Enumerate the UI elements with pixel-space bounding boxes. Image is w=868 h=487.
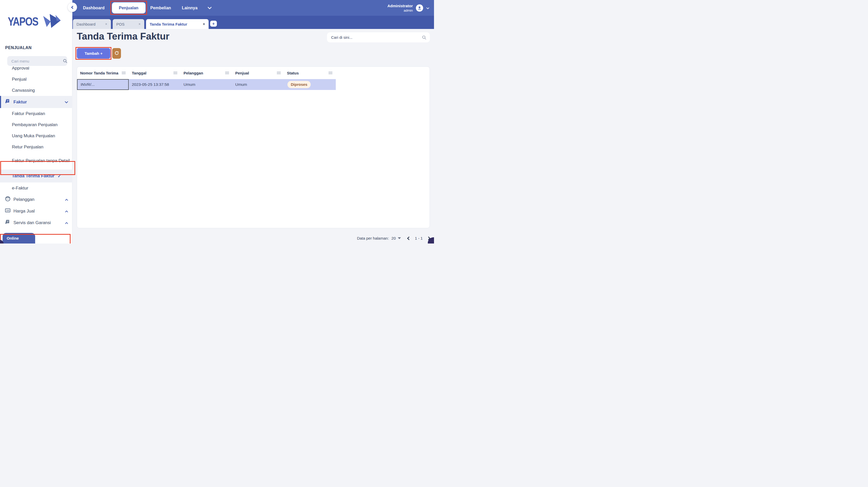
warranty-receipt-icon: [5, 219, 10, 226]
user-name: Administrator: [388, 4, 413, 8]
column-header-penjual[interactable]: Penjual: [232, 67, 284, 79]
column-menu-icon[interactable]: [225, 71, 229, 74]
user-role: admin: [388, 8, 413, 12]
chevron-down-icon: [426, 6, 429, 10]
per-page-select[interactable]: 20: [391, 236, 396, 240]
bird-logo-icon: [42, 13, 62, 29]
sidebar-item-harga-jual[interactable]: 100 Harga Jual: [0, 205, 72, 217]
app-logo: YAPOS: [8, 13, 62, 29]
previous-page-button[interactable]: [407, 236, 411, 240]
column-header-nomor[interactable]: Nomor Tanda Terima: [77, 67, 129, 79]
customer-face-icon: [5, 196, 10, 203]
column-header-tanggal[interactable]: Tanggal: [129, 67, 180, 79]
user-avatar-icon[interactable]: [416, 4, 423, 12]
sidebar-item-pembayaran-penjualan[interactable]: Pembayaran Penjualan: [0, 119, 72, 130]
top-navbar: Dashboard Penjualan Pembelian Lainnya Ad…: [72, 0, 434, 16]
per-page-label: Data per halaman:: [357, 236, 389, 240]
cell-tanggal[interactable]: 2023-05-25 13:37:58: [129, 79, 180, 90]
check-icon: ✓: [58, 174, 61, 179]
sidebar-item-tanda-terima-faktur[interactable]: Tanda Terima Faktur ✓: [0, 170, 72, 182]
chevron-down-icon[interactable]: [208, 7, 212, 9]
search-icon: [63, 59, 67, 63]
column-header-status[interactable]: Status: [284, 67, 336, 79]
sidebar-item-faktur-penjualan-tanpa-detail[interactable]: Faktur Penjualan tanpa Detail: [0, 154, 72, 168]
nav-item-penjualan-wrap: Penjualan: [112, 2, 146, 13]
sidebar-item-approval[interactable]: Approval: [0, 67, 72, 74]
nav-item-pembelian[interactable]: Pembelian: [150, 6, 171, 10]
column-menu-icon[interactable]: [174, 71, 177, 74]
open-tabs-bar: Dashboard × POS × Tanda Terima Faktur × …: [72, 16, 434, 29]
cell-status[interactable]: Diproses: [284, 79, 336, 90]
user-menu[interactable]: Administrator admin: [388, 0, 429, 16]
sidebar-menu: Approval Penjual Canvassing Faktur Faktu…: [0, 67, 72, 227]
column-header-pelanggan[interactable]: Pelanggan: [180, 67, 232, 79]
receipt-icon: [5, 98, 10, 105]
sidebar-item-e-faktur[interactable]: e-Faktur: [0, 182, 72, 193]
sidebar-item-faktur-penjualan[interactable]: Faktur Penjualan: [0, 108, 72, 119]
table-search-input[interactable]: [327, 35, 422, 39]
table-header: Nomor Tanda Terima Tanggal Pelanggan Pen…: [77, 67, 430, 79]
refresh-icon: [114, 51, 119, 56]
cell-nomor[interactable]: INVR/...: [77, 79, 129, 90]
close-icon[interactable]: ×: [203, 22, 205, 26]
page-range: 1 - 1: [415, 236, 423, 240]
close-icon[interactable]: ×: [138, 22, 141, 26]
search-icon: [422, 35, 427, 40]
sidebar-item-canvassing[interactable]: Canvassing: [0, 85, 72, 96]
sidebar-item-faktur[interactable]: Faktur: [0, 96, 72, 108]
column-menu-icon[interactable]: [329, 71, 333, 74]
status-badge: Diproses: [287, 81, 311, 88]
cell-pelanggan[interactable]: Umum: [180, 79, 232, 90]
price-money-icon: 100: [5, 208, 10, 215]
sidebar: YAPOS PENJUALAN Approval Penjual Canvass…: [0, 0, 72, 243]
chevron-up-icon: [65, 209, 68, 214]
sidebar-section-title: PENJUALAN: [5, 45, 32, 50]
tab-dashboard[interactable]: Dashboard ×: [73, 19, 111, 29]
main-content: Tanda Terima Faktur Tambah + Nomor Tanda…: [72, 29, 434, 243]
close-icon[interactable]: ×: [105, 22, 107, 26]
table-panel: Nomor Tanda Terima Tanggal Pelanggan Pen…: [77, 66, 430, 228]
menu-search[interactable]: [7, 56, 67, 66]
column-menu-icon[interactable]: [122, 71, 126, 74]
brand-name: YAPOS: [8, 14, 38, 28]
chevron-up-icon: [65, 220, 68, 225]
table-search[interactable]: [327, 32, 430, 42]
sidebar-item-penjual[interactable]: Penjual: [0, 74, 72, 85]
chevron-down-icon[interactable]: [398, 237, 401, 239]
sidebar-item-uang-muka-penjualan[interactable]: Uang Muka Penjualan: [0, 130, 72, 142]
sidebar-item-retur-penjualan[interactable]: Retur Penjualan: [0, 142, 72, 153]
nav-item-dashboard[interactable]: Dashboard: [83, 6, 105, 10]
online-status-badge: Online: [3, 233, 35, 243]
add-record-button[interactable]: Tambah +: [77, 48, 111, 59]
page-title: Tanda Terima Faktur: [77, 31, 169, 42]
chevron-down-icon: [65, 99, 68, 105]
add-tab-button[interactable]: +: [210, 21, 217, 27]
cell-penjual[interactable]: Umum: [232, 79, 284, 90]
table-row[interactable]: INVR/... 2023-05-25 13:37:58 Umum Umum D…: [77, 79, 336, 90]
nav-item-penjualan[interactable]: Penjualan: [112, 2, 146, 13]
chevron-up-icon: [65, 197, 68, 202]
sidebar-item-pelanggan[interactable]: Pelanggan: [0, 193, 72, 205]
tab-pos[interactable]: POS ×: [113, 19, 144, 29]
nav-item-lainnya[interactable]: Lainnya: [182, 6, 197, 10]
pagination-bar: Data per halaman: 20 1 - 1: [357, 236, 430, 240]
sidebar-collapse-button[interactable]: [68, 3, 77, 12]
tab-tanda-terima-faktur[interactable]: Tanda Terima Faktur ×: [146, 19, 209, 29]
sidebar-item-servis-dan-garansi[interactable]: Servis dan Garansi: [0, 217, 72, 227]
chevron-left-icon: [71, 6, 74, 9]
menu-search-input[interactable]: [7, 59, 63, 63]
column-menu-icon[interactable]: [277, 71, 281, 74]
refresh-button[interactable]: [112, 48, 121, 59]
svg-text:100: 100: [6, 209, 9, 212]
